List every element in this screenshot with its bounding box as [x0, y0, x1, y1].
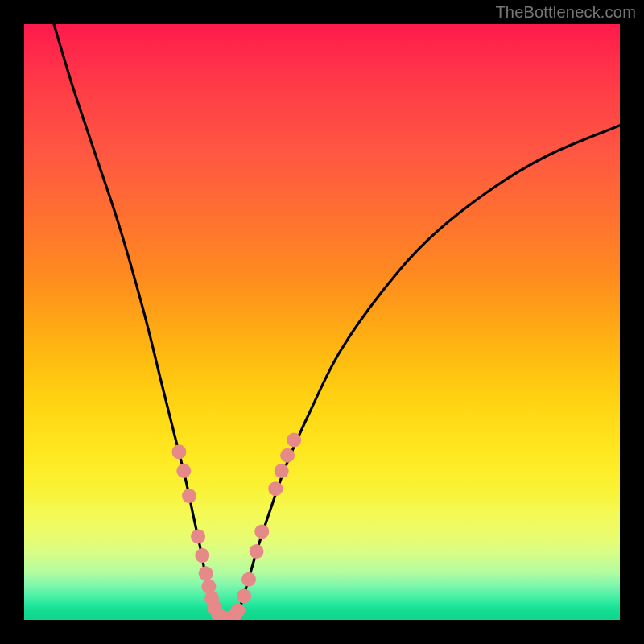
data-point: [250, 544, 264, 559]
watermark-text: TheBottleneck.com: [495, 3, 636, 22]
plot-area: [24, 24, 620, 620]
data-point: [231, 603, 246, 617]
data-point: [275, 464, 289, 478]
data-point: [280, 448, 295, 463]
data-point: [237, 588, 251, 603]
data-point: [254, 524, 269, 539]
data-point: [287, 433, 301, 448]
data-point: [182, 489, 196, 503]
curve-layer: [24, 24, 620, 620]
data-point: [171, 444, 186, 459]
data-point: [176, 464, 191, 478]
data-point: [242, 572, 256, 587]
data-point: [199, 566, 213, 580]
data-point: [191, 529, 205, 543]
bottleneck-curve: [54, 24, 620, 619]
chart-frame: TheBottleneck.com: [0, 0, 644, 644]
data-point: [195, 548, 209, 563]
data-point: [268, 481, 283, 496]
